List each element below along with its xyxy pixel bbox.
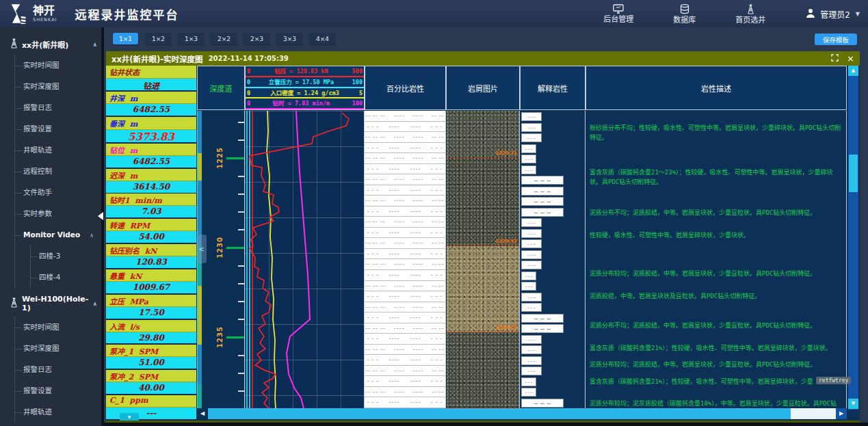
parameter-block-9: 悬重 kN1009.67 xyxy=(106,269,196,295)
minor-tick xyxy=(238,265,244,267)
sidebar-item-井眼轨迹[interactable]: 井眼轨迹 xyxy=(23,139,101,161)
layout-tab-1[interactable]: 1×1 xyxy=(113,33,138,44)
interp-lithology-block: – – – xyxy=(521,261,542,269)
sidebar-collapse-handle[interactable] xyxy=(98,212,103,220)
lithology-description-column: 粉砂质分布不均；性较硬，吸水性、可塑性中等。岩屑呈块状，少量碎块状。具PDC钻头… xyxy=(586,111,847,408)
sidebar-item-四楼-4[interactable]: 四楼-4 xyxy=(39,267,101,288)
sidebar-well-2[interactable]: Wei-H100(Hole-1)∧ xyxy=(0,291,101,317)
parameter-label: 转速 RPM xyxy=(106,219,196,231)
sidebar-item-远程控制[interactable]: 远程控制 xyxy=(23,161,101,182)
layout-tab-4[interactable]: 2×2 xyxy=(211,33,237,44)
cuttings-photo-3: 1234.19 xyxy=(447,246,520,332)
layout-tab-bar: 1×11×21×32×22×33×34×4 xyxy=(113,33,335,44)
chevron-up-icon: ∧ xyxy=(93,301,98,307)
depth-label: 1225 xyxy=(216,147,224,169)
parameter-label: 悬重 kN xyxy=(106,269,196,282)
parameter-more-dropdown[interactable]: ▼ xyxy=(120,413,139,421)
curves-svg xyxy=(245,111,365,408)
sidebar-item-实时参数[interactable]: 实时参数 xyxy=(23,203,101,224)
sidebar-item-报警设置[interactable]: 报警设置 xyxy=(23,380,101,401)
layout-tab-7[interactable]: 4×4 xyxy=(310,33,335,44)
save-template-button[interactable]: 保存模板 xyxy=(815,34,857,45)
sidebar-item-文件助手[interactable]: 文件助手 xyxy=(23,182,101,203)
nav-item-database[interactable]: 数据库 xyxy=(673,4,696,24)
parameter-label: 泵冲_2 SPM xyxy=(106,370,196,382)
chevron-up-icon: ∧ xyxy=(90,232,94,239)
lith-desc-row-11: 泥质分布较均；泥灰质胶结（碳酸钙含量18%），中等。岩屑呈块状，少量豆粒状。具P… xyxy=(590,399,841,408)
well-label: xx井(新井眼) xyxy=(22,39,68,50)
layout-tab-6[interactable]: 3×3 xyxy=(277,33,302,44)
parameter-value: 51.00 xyxy=(106,357,196,369)
photo-depth-label: 1234.19 xyxy=(495,325,517,330)
panel-timestamp: 2022-11-14 17:05:39 xyxy=(209,55,289,62)
lith-desc-row-2: 富含灰质（碳酸钙含量21～23%）；性较硬，吸水性、可塑性中等。岩屑呈块状，少量… xyxy=(590,168,841,187)
sidebar-item-实时深度图[interactable]: 实时深度图 xyxy=(23,76,101,97)
derrick-icon xyxy=(10,38,18,51)
fullscreen-icon[interactable] xyxy=(831,54,839,63)
parameter-block-7: 转速 RPM54.00 xyxy=(106,219,196,244)
interp-lithology-block: –– –– –– xyxy=(521,208,564,217)
lithology-pattern-row: –– –– –– –––– –––– –– –– xyxy=(365,387,445,398)
sidebar-item-报警日志[interactable]: 报警日志 xyxy=(23,359,101,380)
horizontal-scrollbar[interactable]: ◀ ▶ xyxy=(197,408,847,419)
sidebar-item-实时时间图[interactable]: 实时时间图 xyxy=(23,317,101,338)
layout-tab-2[interactable]: 1×2 xyxy=(146,33,171,44)
parameter-block-8: 钻压别名 kN120.83 xyxy=(106,244,196,269)
sidebar-item-四楼-3[interactable]: 四楼-3 xyxy=(39,245,101,267)
parameter-block-4: 钻位 m6482.55 xyxy=(106,144,196,169)
sidebar-item-报警设置[interactable]: 报警设置 xyxy=(23,118,101,139)
percent-lithology-header: 百分比岩性 xyxy=(365,66,446,110)
overlay-tag: retfwtrey xyxy=(816,377,851,384)
sidebar-well-1[interactable]: xx井(新井眼)∧ xyxy=(0,34,101,55)
vertical-scroll-thumb[interactable] xyxy=(849,155,858,192)
navbar-menu: 后台管理数据库首页选井 管理员2 ▼ xyxy=(603,0,860,27)
parameter-label: C_1 ppm xyxy=(106,395,196,408)
depth-track-header: 深度道 xyxy=(197,66,245,110)
lithology-pattern-row: –– –– –– –––– –––– –– –– xyxy=(365,281,445,292)
parameter-label: 钻压别名 kN xyxy=(106,244,196,256)
scroll-up-icon[interactable]: ▲ xyxy=(848,66,858,76)
layout-tab-5[interactable]: 2×3 xyxy=(244,33,269,44)
nav-item-label: 后台管理 xyxy=(603,16,633,23)
close-icon[interactable]: × xyxy=(847,54,854,63)
scroll-down-icon[interactable]: ▼ xyxy=(848,399,858,409)
parameter-label: 钻井状态 xyxy=(106,66,196,79)
chevron-down-icon: ▼ xyxy=(856,11,860,17)
lithology-pattern-row: –– –– –– –––– –––– –– –– xyxy=(365,111,445,122)
plot-collapse-handle[interactable]: < xyxy=(196,235,207,263)
minor-tick xyxy=(238,122,244,123)
minor-tick xyxy=(238,139,244,141)
lithology-pattern-row: –– –– –– –––– –––– –– –– xyxy=(365,174,445,185)
interp-lithology-block: – – – xyxy=(521,229,542,238)
well-tree-sidebar: xx井(新井眼)∧实时时间图实时深度图报警日志报警设置井眼轨迹远程控制文件助手实… xyxy=(0,27,103,426)
minor-tick xyxy=(238,176,244,177)
parameter-label: 钻位 m xyxy=(106,144,196,156)
cuttings-photo-4 xyxy=(447,332,520,408)
curve-min: 0 xyxy=(247,99,250,108)
parameter-label: 钻时1 min/m xyxy=(106,194,196,206)
interp-lithology-block: – – – xyxy=(521,250,542,259)
horizontal-scroll-thumb[interactable] xyxy=(208,408,791,419)
lithology-description-header: 岩性描述 xyxy=(586,66,847,110)
scroll-right-icon[interactable]: ▶ xyxy=(836,408,847,419)
vertical-scrollbar[interactable]: ▲ ▼ xyxy=(848,66,858,421)
lith-desc-row-4: 性较硬，吸水性、可塑性中等。岩屑呈碎块状，少量块状。 xyxy=(590,231,841,241)
sidebar-group-Monitor Video[interactable]: Monitor Video∧ xyxy=(23,224,101,245)
curve-label: 入口密度 = 1.24 g/cm3 xyxy=(270,89,339,98)
scroll-left-icon[interactable]: ◀ xyxy=(197,408,208,419)
parameter-value: 120.83 xyxy=(106,256,196,268)
brand-name-cn: 神开 xyxy=(33,5,57,16)
lithology-pattern-row: –– –– –– –––– –––– –– –– xyxy=(365,196,445,207)
minor-tick xyxy=(238,301,244,302)
sidebar-item-井眼轨迹[interactable]: 井眼轨迹 xyxy=(23,401,101,423)
sidebar-item-实时深度图[interactable]: 实时深度图 xyxy=(23,338,101,359)
nav-item-well-select[interactable]: 首页选井 xyxy=(735,4,765,24)
interp-lithology-block: – – – xyxy=(521,345,542,354)
layout-tab-3[interactable]: 1×3 xyxy=(179,33,204,44)
sidebar-item-报警日志[interactable]: 报警日志 xyxy=(23,97,101,118)
lithology-pattern-row: –– –– –– –––– –––– –– –– xyxy=(365,217,445,228)
panel-title-bar: xx井(新井眼)-实时深度图 2022-11-14 17:05:39 × xyxy=(106,51,860,66)
nav-item-backend[interactable]: 后台管理 xyxy=(603,4,633,23)
sidebar-item-实时时间图[interactable]: 实时时间图 xyxy=(23,55,101,76)
user-menu[interactable]: 管理员2 ▼ xyxy=(805,8,860,21)
